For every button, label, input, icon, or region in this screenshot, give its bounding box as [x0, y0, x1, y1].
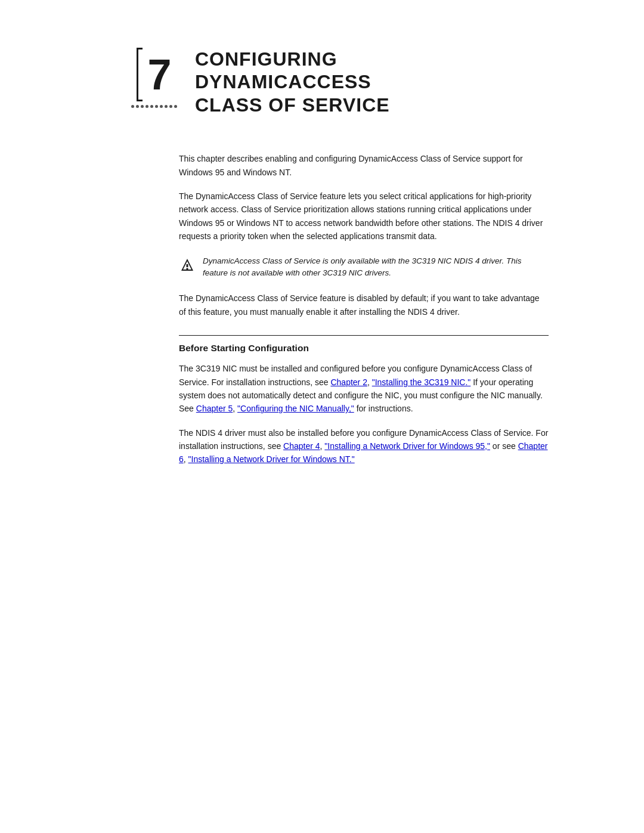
- chapter-2-link[interactable]: Chapter 2: [330, 377, 367, 387]
- section-para-1: The 3C319 NIC must be installed and conf…: [179, 362, 549, 416]
- chapter-title: Configuring DynamicAccess Class of Servi…: [195, 48, 390, 116]
- intro-para-3: The DynamicAccess Class of Service featu…: [179, 292, 549, 318]
- note-text: DynamicAccess Class of Service is only a…: [203, 255, 549, 280]
- dot: [165, 105, 168, 108]
- dot: [160, 105, 163, 108]
- chapter-title-line3: Class of Service: [195, 94, 390, 116]
- section-para-2: The NDIS 4 driver must also be installed…: [179, 426, 549, 466]
- section-para-1-end: for instructions.: [354, 404, 413, 413]
- configuring-nic-link[interactable]: "Configuring the NIC Manually,": [237, 404, 354, 413]
- dot: [169, 105, 172, 108]
- page: 7 Configuring DynamicAccess: [0, 0, 644, 833]
- note-icon: [179, 256, 196, 273]
- chapter-title-line1: Configuring: [195, 48, 390, 70]
- title-text-line3: Class of Service: [195, 94, 390, 116]
- dots-decoration: [131, 105, 177, 108]
- svg-rect-3: [187, 268, 188, 270]
- content-area: This chapter describes enabling and conf…: [179, 152, 549, 466]
- chapter-header: 7 Configuring DynamicAccess: [131, 48, 644, 116]
- intro-para-1: This chapter describes enabling and conf…: [179, 152, 549, 179]
- dot: [174, 105, 177, 108]
- installing-3c319-link[interactable]: "Installing the 3C319 NIC.": [372, 377, 471, 387]
- dot: [155, 105, 158, 108]
- section-para-2-mid: or see: [490, 441, 518, 451]
- chapter-4-link[interactable]: Chapter 4: [283, 441, 320, 451]
- section-divider: [179, 335, 549, 336]
- section-para-2-link3-comma: ,: [184, 454, 188, 464]
- bracket-decoration: [137, 48, 143, 101]
- section-heading: Before Starting Configuration: [179, 343, 549, 354]
- intro-para-2: The DynamicAccess Class of Service featu…: [179, 190, 549, 243]
- chapter-bracket: 7: [137, 48, 171, 101]
- dot: [141, 105, 144, 108]
- installing-network-driver-winnt-link[interactable]: "Installing a Network Driver for Windows…: [188, 454, 355, 464]
- title-text-line2: DynamicAccess: [195, 71, 371, 92]
- chapter-5-link[interactable]: Chapter 5: [196, 404, 233, 413]
- installing-network-driver-win95-link[interactable]: "Installing a Network Driver for Windows…: [324, 441, 490, 451]
- dot: [150, 105, 153, 108]
- section-para-1-link3-comma: ,: [233, 404, 237, 413]
- dot: [131, 105, 134, 108]
- svg-rect-2: [187, 264, 188, 267]
- dot: [145, 105, 148, 108]
- dot: [136, 105, 139, 108]
- chapter-number-box: 7: [131, 48, 177, 108]
- chapter-number: 7: [147, 53, 171, 96]
- note-box: DynamicAccess Class of Service is only a…: [179, 255, 549, 280]
- section-para-1-comma: ,: [367, 377, 372, 387]
- chapter-title-line2: DynamicAccess: [195, 70, 390, 93]
- title-text-line1: Configuring: [195, 48, 338, 70]
